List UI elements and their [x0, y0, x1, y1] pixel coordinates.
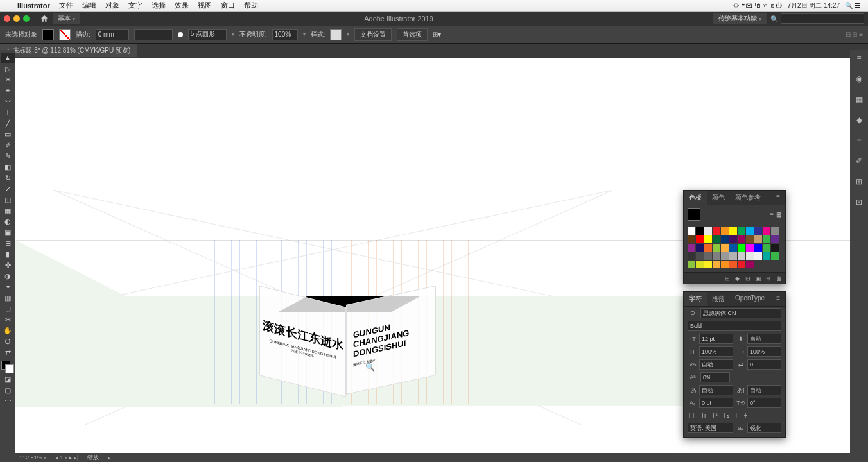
stroke-dash-input[interactable] [134, 29, 173, 40]
paragraph-tab[interactable]: 段落 [707, 292, 730, 306]
type-tool[interactable]: T [1, 107, 15, 117]
swatch[interactable] [771, 244, 779, 252]
swatch[interactable] [688, 261, 695, 268]
subscript-button[interactable]: T₁ [723, 412, 729, 419]
edit-toolbar-icon[interactable]: ⋯ [1, 396, 15, 406]
gradient-tool[interactable]: ▮ [1, 249, 15, 259]
color-panel-icon[interactable]: ◉ [853, 73, 865, 85]
opacity-input[interactable] [272, 29, 298, 40]
properties-panel-icon[interactable]: ≡ [853, 53, 865, 64]
swatch[interactable] [688, 244, 695, 252]
swatch[interactable] [763, 252, 770, 260]
swatch[interactable] [688, 235, 695, 243]
swatch[interactable] [754, 235, 762, 243]
strikethrough-button[interactable]: Ŧ [743, 412, 747, 419]
perspective-grid-tool[interactable]: ▣ [1, 227, 15, 237]
symbols-panel-icon[interactable]: ⊞ [853, 176, 865, 187]
swatch[interactable] [738, 252, 745, 260]
antialias-select[interactable]: 锐化 [747, 423, 781, 433]
swatch[interactable] [721, 261, 729, 268]
eyedropper-tool[interactable]: ✜ [1, 260, 15, 270]
scale-tool[interactable]: ⤢ [1, 184, 15, 194]
swatch[interactable] [746, 244, 754, 252]
fill-swatch[interactable] [42, 29, 54, 40]
current-fill-swatch[interactable] [688, 208, 700, 221]
swatch[interactable] [738, 244, 745, 252]
new-swatch-icon[interactable]: ⊕ [766, 275, 772, 282]
font-weight-select[interactable]: Bold [688, 321, 781, 331]
preferences-button[interactable]: 首选项 [397, 28, 428, 41]
artboard-nav[interactable]: ◂ 1 ▾ ▸ ▸| [55, 454, 78, 461]
panel-menu-icon[interactable]: ≡ [771, 292, 785, 306]
slice-tool[interactable]: ✂ [1, 314, 15, 325]
spotlight-icon[interactable]: 🔍 ☰ [842, 2, 863, 9]
pen-tool[interactable]: ✒ [1, 85, 15, 96]
swatch[interactable] [729, 235, 737, 243]
symbol-sprayer-tool[interactable]: ✦ [1, 282, 15, 292]
panel-menu-icon[interactable]: ≡ [771, 191, 785, 205]
swatch[interactable] [713, 244, 720, 252]
status-more-icon[interactable]: ▸ [108, 454, 111, 461]
swatch[interactable] [696, 261, 704, 268]
search-icon[interactable]: 🔍 [770, 15, 778, 22]
vscale-input[interactable]: 100% [699, 346, 733, 357]
layers-panel-icon[interactable]: ◆ [853, 114, 865, 126]
swatch[interactable] [771, 252, 779, 260]
aki-right-input[interactable]: 自动 [747, 385, 781, 395]
swatch[interactable] [746, 252, 754, 260]
swatch[interactable] [729, 227, 737, 235]
workspace-selector[interactable]: 传统基本功能 ▾ [713, 13, 767, 24]
superscript-button[interactable]: T¹ [711, 412, 717, 419]
swatches-panel[interactable]: 色板 颜色 颜色参考 ≡ ≡ ⊞ ⊞ ◆ ⊡ ▣ ⊕ 🗑 [683, 190, 786, 284]
swatch-kind-icon[interactable]: ◆ [735, 275, 742, 282]
selection-tool[interactable]: ▲ [1, 53, 15, 63]
rotate-tool[interactable]: ↻ [1, 173, 15, 183]
shape-builder-tool[interactable]: ◐ [1, 216, 15, 227]
search-field[interactable] [781, 13, 864, 24]
swatch-list-view-icon[interactable]: ≡ [770, 211, 774, 218]
baseline-shift-input[interactable]: 0 pt [699, 398, 733, 408]
swatch-grid-view-icon[interactable]: ⊞ [776, 211, 781, 218]
direct-selection-tool[interactable]: ▷ [1, 64, 15, 74]
swatch[interactable] [696, 244, 704, 252]
swatch[interactable] [688, 252, 695, 260]
swatch[interactable] [738, 227, 745, 235]
style-swatch[interactable] [330, 29, 342, 40]
swatch[interactable] [704, 227, 712, 235]
document-setup-button[interactable]: 文档设置 [354, 28, 392, 41]
zoom-tool[interactable]: Q [1, 336, 15, 346]
artboard-tool[interactable]: ⊡ [1, 304, 15, 314]
home-icon[interactable] [40, 14, 49, 23]
document-tab[interactable]: ×未标题-3* @ 112.81% (CMYK/GPU 预览) [0, 44, 137, 57]
menu-effect[interactable]: 效果 [170, 1, 193, 10]
window-controls[interactable] [4, 15, 30, 22]
swatch[interactable] [754, 244, 762, 252]
brushes-panel-icon[interactable]: ✐ [853, 155, 865, 167]
swatch[interactable] [754, 252, 762, 260]
free-transform-tool[interactable]: ▦ [1, 205, 15, 216]
swatch[interactable] [763, 244, 770, 252]
swatch[interactable] [738, 235, 745, 243]
swatch[interactable] [721, 235, 729, 243]
color-tab[interactable]: 颜色 [707, 191, 730, 205]
new-color-group-icon[interactable]: ▣ [756, 275, 762, 282]
fill-stroke-indicator[interactable] [1, 361, 14, 373]
status-icons[interactable]: ⚙ ☁ ✉ ⧉ ᯤ ▣ ⏻ [731, 2, 785, 9]
swatch[interactable] [763, 227, 770, 235]
swatch[interactable] [713, 227, 720, 235]
char-rotation-input[interactable]: 0° [747, 398, 781, 408]
swatch[interactable] [696, 252, 704, 260]
brush-profile-dropdown[interactable]: 5 点圆形 [188, 29, 227, 40]
zoom-level[interactable]: 112.81% ▾ [19, 454, 46, 461]
smallcaps-button[interactable]: Tr [700, 412, 706, 419]
swatch[interactable] [704, 252, 712, 260]
swatch[interactable] [721, 244, 729, 252]
color-guide-tab[interactable]: 颜色参考 [730, 191, 766, 205]
toggle-fill-stroke-icon[interactable]: ⇄ [1, 347, 15, 357]
align-icon[interactable]: ⊞▾ [433, 31, 441, 38]
width-tool[interactable]: ◫ [1, 194, 15, 205]
swatch[interactable] [763, 235, 770, 243]
column-graph-tool[interactable]: ▥ [1, 293, 15, 303]
hand-tool[interactable]: ✋ [1, 325, 15, 336]
paintbrush-tool[interactable]: ✐ [1, 140, 15, 150]
